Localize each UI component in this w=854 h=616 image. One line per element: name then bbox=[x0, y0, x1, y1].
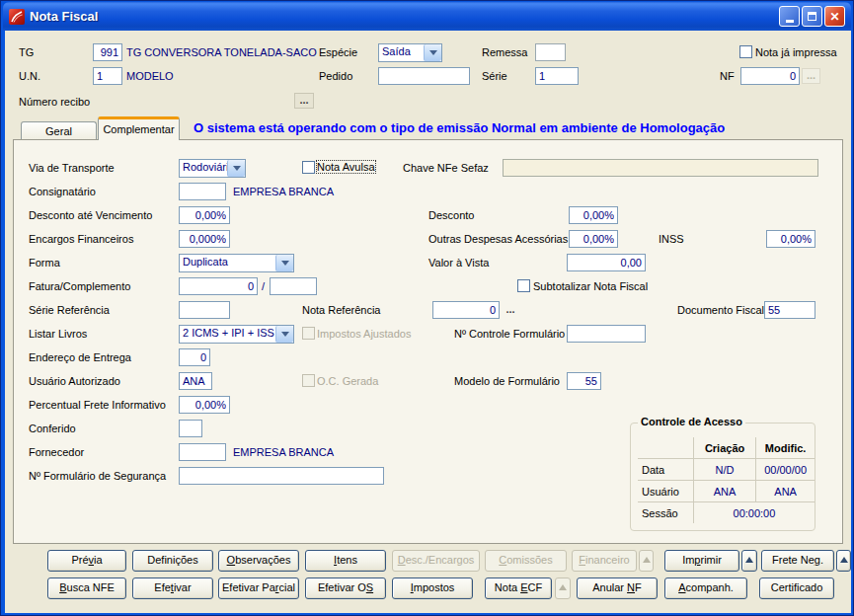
maximize-button[interactable] bbox=[802, 6, 822, 27]
listar-livros-value: 2 ICMS + IPI + ISS bbox=[180, 326, 275, 343]
especie-select[interactable]: Saída bbox=[378, 43, 442, 62]
button-certificado[interactable]: Certificado bbox=[759, 578, 834, 599]
nota-referencia-input[interactable] bbox=[432, 301, 500, 319]
encargos-input[interactable] bbox=[179, 230, 230, 248]
up-arrow-icon bbox=[745, 557, 753, 563]
button-acompanh[interactable]: Acompanh. bbox=[664, 578, 747, 599]
oc-gerada-label: O.C. Gerada bbox=[317, 375, 378, 387]
button-observacoes[interactable]: Observações bbox=[218, 550, 299, 572]
nf-label: NF bbox=[720, 70, 735, 82]
fatura-complemento-input[interactable] bbox=[270, 277, 317, 295]
valor-vista-input[interactable] bbox=[567, 254, 646, 271]
close-button[interactable]: ✕ bbox=[824, 6, 845, 27]
window-title: Nota Fiscal bbox=[30, 9, 777, 24]
serie-referencia-input[interactable] bbox=[179, 301, 230, 319]
button-definicoes[interactable]: Definições bbox=[132, 550, 213, 572]
especie-value: Saída bbox=[379, 44, 424, 61]
up-arrow-button bbox=[639, 550, 654, 572]
consignatario-input[interactable] bbox=[179, 183, 226, 200]
percentual-frete-input[interactable] bbox=[179, 396, 230, 414]
outras-despesas-label: Outras Despesas Acessórias bbox=[428, 233, 568, 245]
fornecedor-input[interactable] bbox=[179, 443, 226, 461]
chave-nfe-input bbox=[503, 159, 818, 177]
nf-input[interactable] bbox=[740, 67, 800, 85]
button-efetivar-parcial[interactable]: Efetivar Parcial bbox=[218, 578, 299, 599]
n-controle-formulario-label: Nº Controle Formulário bbox=[454, 328, 565, 340]
tg-input[interactable] bbox=[93, 43, 122, 61]
nf-browse-button: ... bbox=[802, 68, 820, 84]
chevron-down-icon[interactable] bbox=[227, 160, 245, 177]
impostos-ajustados-label: Impostos Ajustados bbox=[317, 328, 411, 340]
nota-referencia-browse-button[interactable]: ... bbox=[504, 303, 517, 319]
button-anular-nf[interactable]: Anular NF bbox=[577, 578, 658, 599]
fatura-input[interactable] bbox=[179, 277, 258, 295]
un-description: MODELO bbox=[126, 70, 174, 82]
tab-complementar[interactable]: Complementar bbox=[98, 116, 180, 140]
usuario-autorizado-input[interactable] bbox=[179, 372, 212, 390]
nota-fiscal-window: Nota Fiscal ✕ TG TG CONVERSORA TONELADA-… bbox=[0, 0, 854, 616]
button-busca-nfe[interactable]: Busca NFE bbox=[47, 578, 126, 599]
button-itens[interactable]: Itens bbox=[305, 550, 386, 572]
documento-fiscal-input[interactable] bbox=[764, 301, 815, 319]
conferido-input[interactable] bbox=[179, 420, 202, 437]
un-input[interactable] bbox=[93, 67, 122, 85]
button-efetivar[interactable]: Efetivar bbox=[132, 578, 213, 599]
status-message: O sistema está operando com o tipo de em… bbox=[194, 120, 725, 135]
chevron-down-icon[interactable] bbox=[424, 44, 441, 61]
button-previa[interactable]: Prévia bbox=[47, 550, 126, 572]
via-transporte-value: Rodoviária bbox=[180, 160, 227, 177]
button-comissoes: Comissões bbox=[485, 550, 567, 572]
acc-usuario-criacao: ANA bbox=[693, 481, 755, 502]
nota-referencia-label: Nota Referência bbox=[302, 304, 381, 316]
subtotalizar-label: Subtotalizar Nota Fiscal bbox=[533, 280, 648, 292]
endereco-entrega-input[interactable] bbox=[179, 348, 210, 366]
via-transporte-select[interactable]: Rodoviária bbox=[179, 159, 246, 178]
fatura-separator: / bbox=[262, 280, 265, 292]
numero-recibo-label: Número recibo bbox=[19, 96, 90, 108]
button-efetivar-os[interactable]: Efetivar OS bbox=[305, 578, 386, 599]
minimize-icon bbox=[786, 20, 794, 23]
chevron-down-icon[interactable] bbox=[275, 326, 293, 343]
up-arrow-button[interactable] bbox=[836, 550, 851, 572]
tab-geral[interactable]: Geral bbox=[21, 121, 97, 140]
acc-row-usuario-label: Usuário bbox=[638, 481, 693, 502]
n-controle-formulario-input[interactable] bbox=[567, 325, 646, 343]
nota-avulsa-checkbox[interactable] bbox=[302, 161, 315, 174]
button-imprimir[interactable]: Imprimir bbox=[664, 550, 739, 572]
button-desc-encargos: Desc./Encargos bbox=[392, 550, 480, 572]
maximize-icon bbox=[808, 12, 816, 21]
desconto-vencimento-input[interactable] bbox=[179, 206, 230, 224]
nota-ja-impressa-checkbox[interactable] bbox=[739, 45, 752, 58]
fornecedor-description: EMPRESA BRANCA bbox=[233, 446, 334, 458]
button-frete-neg[interactable]: Frete Neg. bbox=[761, 550, 834, 572]
n-formulario-seguranca-input[interactable] bbox=[179, 467, 384, 485]
percentual-frete-label: Percentual Frete Informativo bbox=[29, 399, 166, 411]
pedido-input[interactable] bbox=[378, 67, 470, 85]
especie-label: Espécie bbox=[319, 46, 357, 58]
button-nota-ecf[interactable]: Nota ECF bbox=[485, 578, 552, 599]
button-financeiro: Financeiro bbox=[572, 550, 637, 572]
nota-ja-impressa-label: Nota já impressa bbox=[755, 46, 837, 58]
up-arrow-button[interactable] bbox=[741, 550, 757, 572]
chevron-down-icon[interactable] bbox=[275, 255, 293, 271]
up-arrow-icon bbox=[559, 584, 567, 590]
numero-recibo-browse-button[interactable]: ... bbox=[294, 93, 314, 109]
up-arrow-icon bbox=[643, 557, 651, 563]
endereco-entrega-label: Endereço de Entrega bbox=[29, 351, 131, 363]
desconto-input[interactable] bbox=[569, 206, 618, 224]
listar-livros-label: Listar Livros bbox=[29, 328, 87, 340]
subtotalizar-checkbox[interactable] bbox=[517, 279, 530, 292]
controle-acesso-group: Controle de Acesso Criação Modific. Data… bbox=[630, 423, 815, 531]
inss-input[interactable] bbox=[766, 230, 815, 248]
outras-despesas-input[interactable] bbox=[569, 230, 618, 248]
acc-col-modific: Modific. bbox=[756, 437, 815, 459]
remessa-input[interactable] bbox=[535, 43, 566, 61]
listar-livros-select[interactable]: 2 ICMS + IPI + ISS bbox=[179, 325, 294, 344]
forma-label: Forma bbox=[29, 257, 60, 269]
forma-select[interactable]: Duplicata bbox=[179, 254, 294, 272]
acc-usuario-modific: ANA bbox=[756, 481, 815, 502]
minimize-button[interactable] bbox=[779, 6, 800, 27]
serie-input[interactable] bbox=[535, 67, 579, 85]
modelo-formulario-input[interactable] bbox=[567, 372, 601, 390]
button-impostos[interactable]: Impostos bbox=[392, 578, 473, 599]
